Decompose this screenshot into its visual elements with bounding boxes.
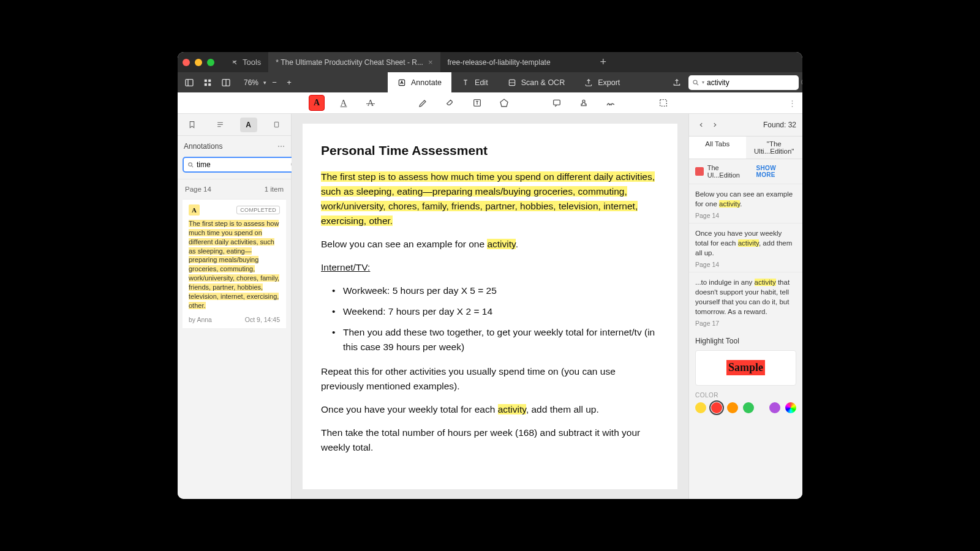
mode-edit[interactable]: Edit	[451, 72, 498, 92]
sidebar-toggle-button[interactable]	[181, 75, 197, 91]
annotation-toolbar: A A A ⋮	[178, 92, 802, 114]
annotation-search[interactable]: ⓧ	[183, 157, 304, 173]
annotation-search-input[interactable]	[197, 160, 288, 169]
mode-annotate[interactable]: Annotate	[388, 72, 451, 92]
highlight-badge-icon: A	[189, 204, 200, 216]
annotate-icon	[398, 78, 406, 87]
thumbnails-tab[interactable]	[268, 118, 285, 132]
tab-label: free-release-of-liability-template	[448, 58, 551, 67]
svg-rect-3	[205, 83, 207, 86]
color-swatch-orange[interactable]	[727, 402, 738, 413]
list-item: Workweek: 5 hours per day X 5 = 25	[332, 283, 659, 298]
search-results-panel: Found: 32 All Tabs "The Ulti...Edition" …	[688, 114, 802, 499]
results-count: Found: 32	[763, 121, 796, 129]
highlight-preview: Sample	[695, 350, 796, 386]
page-content: Personal Time Assessment The first step …	[303, 124, 677, 489]
scan-icon	[508, 78, 516, 87]
pen-tool-button[interactable]	[415, 95, 431, 111]
window-close-button[interactable]	[183, 59, 190, 66]
body-text: Repeat this for other activities you usu…	[321, 364, 659, 394]
share-button[interactable]	[669, 75, 685, 91]
global-search[interactable]: ▾ ⓧ	[688, 75, 799, 90]
search-match: activity	[498, 404, 526, 414]
svg-point-11	[582, 100, 585, 102]
new-tab-button[interactable]: +	[592, 56, 614, 69]
underline-tool-button[interactable]: A	[336, 95, 352, 111]
svg-rect-2	[208, 79, 211, 81]
sidebar-view-tabs: A	[178, 114, 291, 136]
select-tool-button[interactable]	[655, 95, 671, 111]
annotations-tab[interactable]: A	[240, 118, 257, 132]
clear-search-button[interactable]: ⓧ	[801, 77, 802, 88]
search-result[interactable]: ...to indulge in any activity that doesn…	[689, 272, 802, 331]
annotation-author: by Anna	[189, 316, 212, 323]
search-match: activity	[719, 200, 740, 208]
panel-menu-button[interactable]: ⋯	[277, 142, 285, 151]
annotation-item[interactable]: A COMPLETED The first step is to assess …	[183, 199, 286, 328]
result-source[interactable]: The Ul...Edition SHOW MORE	[689, 159, 802, 184]
next-result-button[interactable]	[709, 119, 721, 131]
search-result[interactable]: Below you can see an example for one act…	[689, 184, 802, 223]
close-icon[interactable]: ×	[428, 58, 433, 67]
mode-label: Scan & OCR	[521, 78, 565, 87]
highlighted-text[interactable]: The first step is to assess how much tim…	[321, 171, 655, 226]
view-grid-button[interactable]	[200, 75, 216, 91]
stamp-tool-button[interactable]	[576, 95, 592, 111]
signature-tool-button[interactable]	[603, 95, 619, 111]
strikethrough-tool-button[interactable]: A	[363, 95, 379, 111]
note-tool-button[interactable]	[549, 95, 565, 111]
drag-handle-icon[interactable]: ⋮	[788, 99, 796, 108]
color-swatch-purple[interactable]	[769, 402, 780, 413]
color-picker-button[interactable]	[785, 402, 796, 413]
zoom-level[interactable]: 76%	[240, 78, 262, 87]
mode-export[interactable]: Export	[575, 72, 630, 92]
document-viewport[interactable]: Personal Time Assessment The first step …	[292, 114, 688, 499]
search-match: activity	[755, 279, 776, 286]
result-page: Page 14	[695, 211, 796, 220]
tools-menu[interactable]: Tools	[230, 58, 261, 67]
svg-rect-12	[660, 100, 667, 107]
list-item: Then you add these two together, to get …	[332, 325, 659, 354]
annotations-panel: A Annotations ⋯ ⓧ Page 14 1 item	[178, 114, 292, 499]
mode-label: Export	[598, 78, 620, 87]
bookmarks-tab[interactable]	[183, 118, 200, 132]
prev-result-button[interactable]	[695, 119, 707, 131]
color-palette	[695, 402, 796, 413]
page-label: Page 14	[185, 186, 211, 193]
zoom-in-button[interactable]: +	[282, 76, 296, 89]
annotation-text: The first step is to assess how much tim…	[189, 219, 280, 310]
search-scope-all[interactable]: All Tabs	[689, 136, 746, 159]
zoom-control: 76% ▾ − +	[240, 76, 296, 89]
search-icon	[692, 79, 699, 86]
search-match: activity	[487, 239, 515, 249]
color-swatch-yellow[interactable]	[695, 402, 706, 413]
search-input[interactable]	[707, 78, 799, 87]
highlight-tool-title: Highlight Tool	[695, 337, 796, 345]
subheading: Internet/TV:	[321, 262, 370, 272]
export-icon	[584, 78, 593, 87]
text-tool-button[interactable]	[469, 95, 485, 111]
window-zoom-button[interactable]	[207, 59, 214, 66]
document-tab[interactable]: free-release-of-liability-template	[440, 52, 558, 72]
view-split-button[interactable]	[218, 75, 234, 91]
svg-rect-10	[554, 100, 560, 105]
color-swatch-red[interactable]	[711, 402, 722, 413]
mode-label: Annotate	[411, 78, 442, 87]
eraser-tool-button[interactable]	[442, 95, 458, 111]
mode-scan[interactable]: Scan & OCR	[498, 72, 575, 92]
status-badge: COMPLETED	[236, 206, 280, 214]
search-result[interactable]: Once you have your weekly total for each…	[689, 223, 802, 272]
svg-rect-0	[186, 79, 193, 86]
chevron-down-icon[interactable]: ▾	[263, 80, 266, 86]
show-more-button[interactable]: SHOW MORE	[756, 165, 796, 178]
window-minimize-button[interactable]	[195, 59, 202, 66]
svg-point-14	[189, 162, 192, 166]
zoom-out-button[interactable]: −	[268, 76, 281, 89]
document-tab-active[interactable]: * The Ultimate Productivity Cheat Sheet …	[268, 52, 440, 72]
outline-tab[interactable]	[211, 118, 228, 132]
color-swatch-green[interactable]	[743, 402, 754, 413]
chevron-down-icon[interactable]: ▾	[702, 80, 704, 85]
shape-tool-button[interactable]	[496, 95, 512, 111]
highlight-tool-button[interactable]: A	[309, 95, 325, 111]
search-scope-doc[interactable]: "The Ulti...Edition"	[746, 136, 803, 159]
